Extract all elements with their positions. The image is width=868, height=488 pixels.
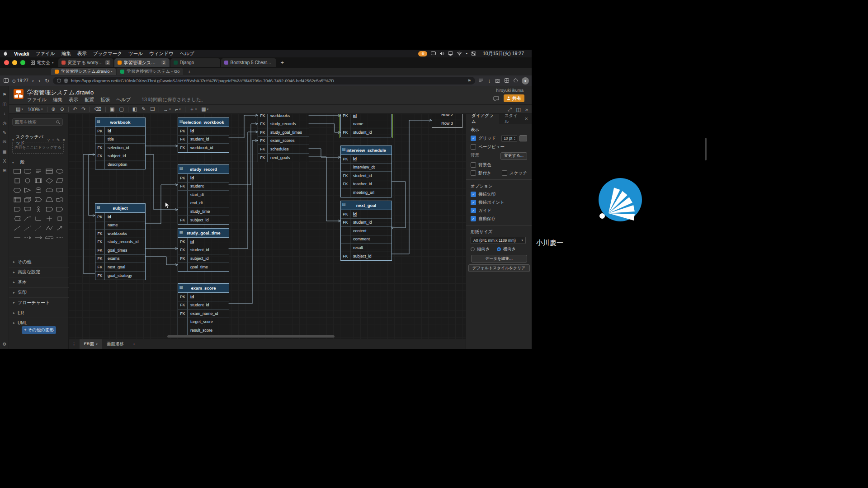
shape-and[interactable] [55, 205, 64, 213]
er-row[interactable]: FKexams [95, 255, 145, 263]
section-ER[interactable]: ▸ER [9, 308, 69, 318]
shape-rect[interactable] [13, 167, 22, 175]
minimize-window-button[interactable] [12, 60, 17, 65]
er-row[interactable]: FKstudy_records [258, 120, 309, 129]
shape-list[interactable] [45, 167, 54, 175]
toolbar-undo-icon[interactable]: ↶ [71, 106, 79, 112]
toolbar-shadow-icon[interactable]: ❏ [148, 106, 157, 112]
shape-cross[interactable] [45, 215, 54, 223]
toolbar-back-icon[interactable]: ▢ [117, 106, 126, 112]
zoom-window-button[interactable] [20, 60, 25, 65]
more-shapes-button[interactable]: + その他の図形 [22, 326, 56, 334]
workspace-selector[interactable]: 電文会 ▾ [30, 60, 58, 66]
panel-bookmarks-icon[interactable]: ⚑ [0, 92, 9, 97]
diagram-canvas[interactable]: ▤workbookPKidtitleFKselection_idFKsubjec… [69, 114, 466, 339]
er-row[interactable]: FKsubject_id [95, 152, 145, 161]
apple-menu-icon[interactable] [0, 51, 11, 57]
er-row[interactable]: FKstudent_id [178, 246, 229, 255]
shape-callout[interactable] [23, 205, 32, 213]
shape-actor[interactable] [34, 205, 43, 213]
shape-corner[interactable] [34, 215, 43, 223]
shape-cloud[interactable] [45, 186, 54, 194]
clear-default-style-button[interactable]: デフォルトスタイルをクリア [468, 264, 530, 272]
panel-calendar-icon[interactable]: ▦ [0, 149, 9, 154]
menu-edit[interactable]: 編集 [58, 51, 74, 57]
er-row[interactable]: name [341, 120, 392, 129]
er-row[interactable]: goal_time [178, 263, 229, 272]
shape-curve[interactable] [23, 215, 32, 223]
er-row[interactable]: FKsubject_id [341, 252, 392, 261]
share-button[interactable]: 共有 [504, 94, 524, 102]
menu-bookmarks[interactable]: ブックマーク [90, 51, 125, 57]
shape-arrow[interactable] [34, 234, 43, 242]
er-row[interactable]: FKstudent_id [341, 128, 392, 137]
er-row[interactable]: FKworkbooks [258, 114, 309, 120]
option-checkbox[interactable]: ✓ [471, 208, 476, 213]
participants-scrollbar[interactable] [705, 138, 707, 160]
er-row[interactable]: PKid [341, 155, 392, 164]
drawio-menu-extras[interactable]: 拡張 [100, 97, 110, 103]
download-icon[interactable]: ↓ [487, 78, 491, 84]
shape-or[interactable] [45, 205, 54, 213]
menu-view[interactable]: 表示 [74, 51, 90, 57]
pageview-checkbox[interactable] [471, 144, 476, 150]
shape-link[interactable] [45, 234, 54, 242]
extensions-icon[interactable] [513, 78, 519, 84]
menu-vivaldi[interactable]: Vivaldi [11, 51, 33, 56]
er-row[interactable]: FKnext_goal [95, 263, 145, 272]
er-row[interactable]: content [341, 227, 392, 235]
grid-checkbox[interactable]: ✓ [471, 136, 476, 141]
shape-diagarrow[interactable] [55, 224, 64, 232]
shape-internal[interactable] [13, 196, 22, 204]
shape-text[interactable] [34, 167, 43, 175]
back-icon[interactable]: ‹ [31, 78, 35, 84]
menu-window[interactable]: ウィンドウ [146, 51, 177, 57]
toolbar-front-icon[interactable]: ▣ [108, 106, 117, 112]
er-row[interactable]: PKid [95, 213, 145, 221]
er-table-study_goal_time[interactable]: ▤study_goal_timePKidFKstudent_idFKsubjec… [178, 228, 229, 272]
shape-rounded[interactable] [23, 167, 32, 175]
shape-tape[interactable] [55, 196, 64, 204]
er-row[interactable]: FKstudent_id [341, 219, 392, 227]
bgcolor-checkbox[interactable] [471, 162, 476, 168]
panel-windows-icon[interactable]: ◫ [0, 102, 9, 107]
zoom-level-button[interactable]: 100%▾ [25, 107, 45, 112]
shape-dotline[interactable] [34, 224, 43, 232]
tiling-icon[interactable] [504, 78, 510, 84]
er-row[interactable]: PKid [178, 293, 229, 301]
er-row[interactable]: PKid [341, 210, 392, 219]
tab-diagram[interactable]: ダイアグラム [466, 114, 499, 124]
er-table-student[interactable]: FKworkbooksFKstudy_recordsFKstudy_goal_t… [258, 114, 309, 162]
er-row[interactable]: FKstudent_id [178, 136, 229, 144]
change-background-button[interactable]: 変更する... [500, 152, 527, 160]
toolbar-view-icon[interactable]: ▤▾ [14, 106, 25, 112]
er-table-selection_workbook[interactable]: ▤selection_workbookPKidFKstudent_idFKwor… [178, 117, 229, 153]
er-table-subject[interactable]: ▤subjectPKidnameFKworkbooksFKstudy_recor… [95, 203, 146, 280]
er-row[interactable]: PKid [178, 174, 229, 183]
menu-tools[interactable]: ツール [125, 51, 146, 57]
shape-trapezoid[interactable] [45, 196, 54, 204]
toolbar-way-icon[interactable]: ⌐▾ [173, 107, 183, 112]
drawio-menu-edit[interactable]: 編集 [53, 97, 62, 103]
section-高度な設定[interactable]: ▸高度な設定 [9, 267, 69, 277]
er-row[interactable]: interview_dt [341, 164, 392, 172]
stack-tab-2[interactable]: 学習進捗管理システム - Go [117, 68, 183, 75]
settings-gear-icon[interactable]: ⚙ [0, 342, 9, 347]
er-table-workbook[interactable]: ▤workbookPKidtitleFKselection_idFKsubjec… [95, 117, 146, 169]
er-row[interactable]: FKexam_scores [258, 137, 309, 145]
option-checkbox[interactable]: ✓ [471, 200, 476, 205]
drawio-menu-view[interactable]: 表示 [69, 97, 78, 103]
scratchpad-droparea[interactable]: 内容をここにドラッグする [12, 142, 64, 154]
er-table-exam_score[interactable]: ▤exam_scorePKidFKstudent_idFKexam_name_i… [178, 283, 229, 335]
menubar-datetime[interactable]: 10月15日(火) 19:27 [480, 51, 527, 57]
section-general[interactable]: ▾一般 [12, 159, 25, 165]
er-row[interactable]: Row 3 [432, 119, 462, 128]
shape-process[interactable] [34, 177, 43, 185]
hscroll-thumb[interactable] [167, 335, 335, 338]
er-row[interactable]: FKexam_name_id [178, 310, 229, 318]
shape-hline[interactable] [13, 234, 22, 242]
er-row[interactable]: meeting_url [341, 188, 392, 197]
shape-cylinder[interactable] [34, 186, 43, 194]
er-row[interactable]: Row 2 [432, 114, 462, 119]
shape-ellipse[interactable] [55, 167, 64, 175]
